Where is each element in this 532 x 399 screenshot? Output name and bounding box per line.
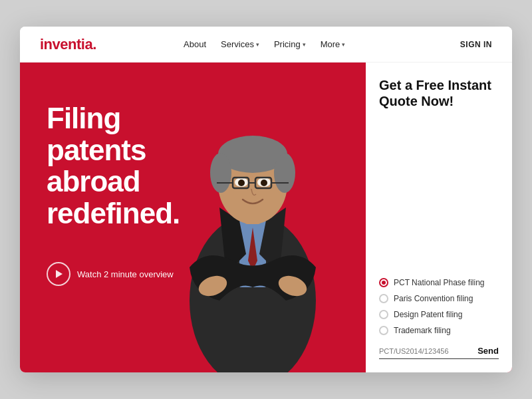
watch-overview-button[interactable]: Watch 2 minute overview xyxy=(47,262,285,286)
chevron-down-icon: ▾ xyxy=(256,41,259,48)
logo-dot: . xyxy=(92,36,96,53)
radio-trademark[interactable]: Trademark filing xyxy=(379,326,499,335)
nav-links: About Services ▾ Pricing ▾ More ▾ xyxy=(184,39,345,49)
radio-pct-dot xyxy=(379,278,388,287)
logo-text: inventia xyxy=(40,36,92,53)
navbar: inventia. About Services ▾ Pricing ▾ Mor… xyxy=(20,27,512,63)
nav-about[interactable]: About xyxy=(184,39,206,49)
play-icon xyxy=(47,262,70,286)
nav-pricing[interactable]: Pricing ▾ xyxy=(274,39,306,49)
logo[interactable]: inventia. xyxy=(40,36,96,53)
radio-design-dot xyxy=(379,310,388,319)
radio-pct[interactable]: PCT National Phase filing xyxy=(379,278,499,287)
quote-title: Get a Free Instant Quote Now! xyxy=(379,77,499,109)
quote-panel: Get a Free Instant Quote Now! PCT Nation… xyxy=(366,63,512,372)
hero-headline: Filing patents abroad redefined. xyxy=(47,102,285,229)
browser-window: inventia. About Services ▾ Pricing ▾ Mor… xyxy=(20,27,512,372)
nav-services[interactable]: Services ▾ xyxy=(221,39,259,49)
sign-in-link[interactable]: SIGN IN xyxy=(460,40,492,49)
hero-section: Filing patents abroad redefined. Watch 2… xyxy=(20,63,512,372)
send-button[interactable]: Send xyxy=(477,346,499,356)
nav-more[interactable]: More ▾ xyxy=(321,39,346,49)
quote-input-row: Send xyxy=(379,346,499,359)
filing-options: PCT National Phase filing Paris Conventi… xyxy=(379,278,499,335)
radio-paris-dot xyxy=(379,294,388,303)
radio-design[interactable]: Design Patent filing xyxy=(379,310,499,319)
radio-trademark-dot xyxy=(379,326,388,335)
play-triangle xyxy=(56,270,63,278)
chevron-down-icon: ▾ xyxy=(342,41,345,48)
hero-content: Filing patents abroad redefined. Watch 2… xyxy=(20,63,305,372)
radio-paris[interactable]: Paris Convention filing xyxy=(379,294,499,303)
chevron-down-icon: ▾ xyxy=(303,41,306,48)
patent-number-input[interactable] xyxy=(379,347,473,355)
